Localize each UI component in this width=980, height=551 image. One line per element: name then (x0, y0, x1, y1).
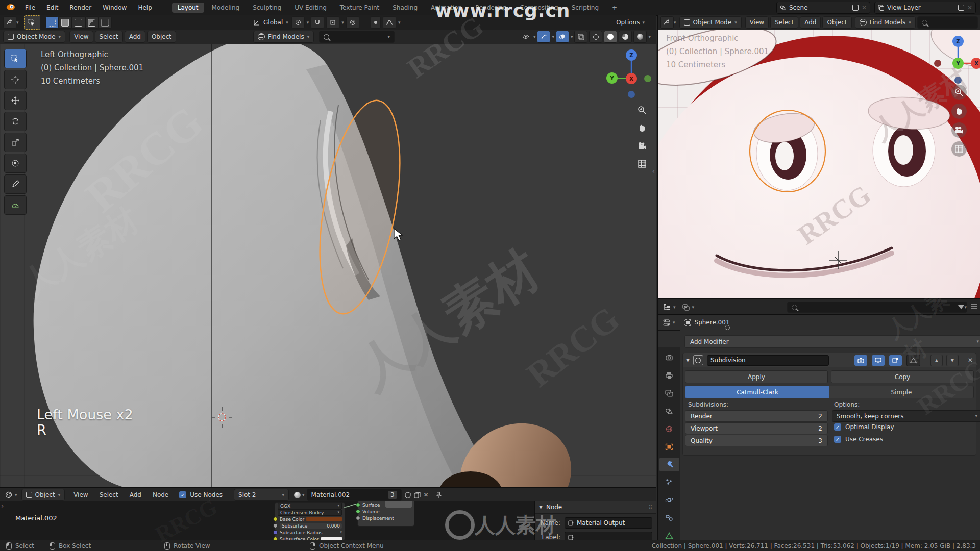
menu-file[interactable]: File (19, 4, 41, 11)
tab-compositing[interactable]: Compositing (514, 3, 564, 13)
menu-add-right[interactable]: Add (800, 16, 821, 29)
navigation-gizmo-left[interactable]: Z Y X (605, 49, 656, 100)
proportional-edit-icon[interactable] (346, 16, 359, 29)
tool-transform-button[interactable] (4, 154, 27, 173)
menu-object-right[interactable]: Object (822, 16, 851, 29)
outliner-search[interactable] (787, 302, 967, 313)
shader-menu-add[interactable]: Add (124, 491, 147, 498)
tool-scale-button[interactable] (4, 133, 27, 152)
duplicate-material-icon[interactable] (414, 492, 421, 498)
panel-expand-icon[interactable]: ▼ (686, 358, 690, 363)
socket-subsurface[interactable] (273, 523, 278, 528)
modifier-realtime-toggle[interactable] (872, 355, 885, 366)
gizmo-y-axis[interactable]: Y (952, 58, 964, 69)
menu-select-right[interactable]: Select (770, 16, 798, 29)
overlays-toggle-icon[interactable] (556, 31, 569, 43)
use-nodes-checkbox[interactable]: ✓ (179, 491, 186, 498)
menu-help[interactable]: Help (132, 4, 157, 11)
tab-texture-paint[interactable]: Texture Paint (334, 3, 385, 13)
outliner-options-icon[interactable] (971, 304, 978, 311)
gizmo-x-neg[interactable] (934, 60, 941, 67)
select-mode-extend-icon[interactable] (59, 16, 72, 29)
show-gizmo-eye-icon[interactable] (520, 31, 532, 42)
snap-target-icon[interactable] (326, 16, 339, 29)
fake-user-shield-icon[interactable] (405, 492, 411, 498)
view-layer-selector[interactable]: View Layer ✕ (874, 2, 976, 14)
shader-menu-select[interactable]: Select (94, 491, 124, 498)
gizmo-x-axis[interactable]: X (971, 58, 980, 69)
editor-type-outliner-icon[interactable] (661, 302, 673, 313)
gizmo-x-axis[interactable]: X (626, 73, 637, 84)
viewport-subdivisions-slider[interactable]: Viewport 2 (685, 422, 828, 434)
shading-material-icon[interactable] (619, 31, 632, 43)
menu-edit[interactable]: Edit (41, 4, 64, 11)
uv-smooth-dropdown[interactable]: Smooth, keep corners ▾ (832, 410, 980, 422)
pin-node-icon[interactable] (436, 492, 442, 498)
zoom-icon[interactable] (634, 103, 650, 118)
menu-select-left[interactable]: Select (95, 31, 123, 43)
socket-displacement[interactable] (356, 516, 360, 520)
menu-view-left[interactable]: View (69, 31, 93, 43)
camera-view-icon[interactable] (634, 138, 650, 154)
tool-cursor-button[interactable] (4, 70, 27, 89)
tab-render-properties[interactable] (659, 351, 679, 364)
editor-type-shader-icon[interactable] (3, 489, 15, 500)
gizmo-z-axis[interactable]: Z (626, 49, 637, 61)
modifier-render-toggle[interactable] (854, 355, 867, 366)
tab-particle-properties[interactable] (659, 475, 679, 489)
select-mode-intersect-icon[interactable] (99, 16, 112, 29)
gizmo-z-axis[interactable]: Z (952, 36, 964, 47)
use-creases-checkbox[interactable]: ✓ (834, 436, 841, 443)
sidebar-toggle-left-vp[interactable]: ‹ (652, 167, 655, 175)
active-tool-select-box[interactable] (24, 15, 40, 30)
distribution-dropdown[interactable]: GGX▾ (278, 503, 342, 509)
editor-type-3dview-icon[interactable] (660, 16, 674, 29)
proportional-dot-icon[interactable] (371, 16, 381, 29)
tab-world-properties[interactable] (659, 422, 679, 436)
outliner-display-mode-icon[interactable] (680, 302, 692, 313)
editor-type-properties-icon[interactable] (660, 317, 673, 328)
tab-output-properties[interactable] (659, 369, 679, 382)
tab-uv-editing[interactable]: UV Editing (289, 3, 332, 13)
shading-rendered-icon[interactable] (633, 31, 647, 43)
modifier-name-field[interactable]: Subdivision (707, 355, 829, 366)
menu-render[interactable]: Render (64, 4, 97, 11)
menu-window[interactable]: Window (97, 4, 132, 11)
gizmo-z-neg[interactable] (628, 91, 635, 98)
scene-selector[interactable]: Scene ✕ (776, 2, 870, 14)
viewport-right[interactable]: Front Orthographic (0) Collection | Sphe… (657, 30, 980, 298)
unlink-material-icon[interactable]: ✕ (424, 491, 429, 498)
select-mode-set-icon[interactable] (45, 16, 59, 29)
tab-rendering[interactable]: Rendering (470, 3, 512, 13)
gizmo-y-axis[interactable]: Y (606, 72, 618, 84)
panel-drag-dots[interactable]: ⠿ (649, 505, 652, 510)
material-name-field[interactable]: Material.002 3 (307, 489, 402, 501)
tool-measure-button[interactable] (4, 195, 27, 215)
region-toggle-arrow[interactable]: › (1, 502, 4, 510)
shader-menu-node[interactable]: Node (147, 491, 174, 498)
tool-select-box-button[interactable] (4, 49, 27, 68)
tool-annotate-button[interactable] (4, 174, 27, 194)
gizmo-y-neg[interactable] (644, 75, 651, 82)
simple-button[interactable]: Simple (829, 386, 974, 398)
zoom-icon[interactable] (951, 85, 967, 100)
pan-hand-icon[interactable] (634, 120, 650, 136)
mode-selector-right[interactable]: Object Mode ▾ (679, 16, 742, 29)
modifier-move-down-button[interactable]: ▼ (946, 355, 959, 366)
modifier-move-up-button[interactable]: ▲ (930, 355, 943, 366)
tab-animation[interactable]: Animation (425, 3, 468, 13)
add-workspace-button[interactable]: + (606, 3, 623, 13)
node-name-field[interactable]: Material Output (565, 517, 652, 529)
tool-move-button[interactable] (4, 91, 27, 110)
blender-logo-icon[interactable] (5, 4, 15, 12)
viewport-left[interactable]: Left Orthographic (0) Collection | Spher… (0, 44, 656, 487)
material-browse-icon[interactable] (294, 492, 301, 498)
shader-menu-view[interactable]: View (68, 491, 93, 498)
add-modifier-button[interactable]: Add Modifier ▾ (684, 335, 980, 348)
find-models-dropdown-right[interactable]: Find Models▾ (855, 16, 916, 29)
tab-scene-properties[interactable] (659, 405, 679, 418)
base-color-swatch[interactable] (306, 517, 342, 521)
select-mode-subtract-icon[interactable] (72, 16, 85, 29)
find-models-search-left[interactable]: ▾ (319, 31, 395, 43)
pan-hand-icon[interactable] (951, 104, 967, 119)
